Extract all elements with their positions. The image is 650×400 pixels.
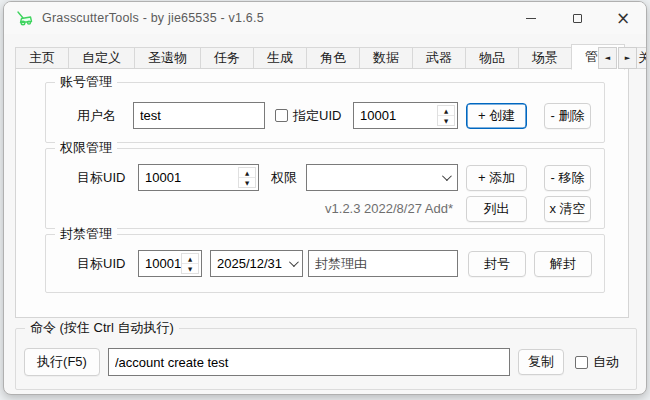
perm-target-uid-value[interactable]: 10001 [139, 165, 238, 190]
close-button[interactable]: × [600, 2, 646, 34]
ban-target-uid-numeric: 10001 ▲ ▼ [138, 250, 202, 277]
tab-武器[interactable]: 武器 [412, 47, 466, 69]
title-bar: GrasscutterTools - by jie65535 - v1.6.5 … [4, 2, 646, 34]
command-input[interactable] [108, 348, 510, 376]
perm-target-uid-numeric: 10001 ▲ ▼ [138, 164, 259, 191]
tab-page-admin: 账号管理 用户名 指定UID 10001 ▲ ▼ + 创建 - 删除 权限管理 … [15, 68, 629, 318]
permission-group-title: 权限管理 [55, 140, 117, 156]
account-group-title: 账号管理 [55, 74, 117, 90]
copy-command-button[interactable]: 复制 [518, 349, 564, 375]
create-account-button[interactable]: + 创建 [466, 103, 527, 129]
username-label: 用户名 [77, 102, 116, 129]
tab-任务[interactable]: 任务 [200, 47, 254, 69]
username-input[interactable] [133, 102, 265, 129]
account-uid-spinner: ▲ ▼ [437, 105, 455, 126]
minimize-icon [526, 18, 536, 19]
app-window: GrasscutterTools - by jie65535 - v1.6.5 … [3, 1, 647, 395]
minimize-button[interactable] [508, 2, 554, 34]
ban-reason-input[interactable] [308, 250, 458, 277]
auto-run-option: 自动 [575, 348, 619, 376]
tab-自定义[interactable]: 自定义 [68, 47, 135, 69]
tab-圣遗物[interactable]: 圣遗物 [134, 47, 201, 69]
spinner-down-icon[interactable]: ▼ [182, 264, 198, 273]
delete-account-button[interactable]: - 删除 [544, 103, 591, 129]
perm-target-uid-label: 目标UID [77, 164, 125, 191]
spinner-up-icon[interactable]: ▲ [182, 254, 198, 264]
unban-button[interactable]: 解封 [534, 251, 592, 277]
specify-uid-checkbox[interactable] [275, 109, 288, 122]
command-group-title: 命令 (按住 Ctrl 自动执行) [25, 320, 179, 336]
tab-场景[interactable]: 场景 [518, 47, 572, 69]
arrow-right-icon: ► [625, 54, 630, 62]
perm-uid-spinner: ▲ ▼ [238, 167, 256, 188]
chevron-down-icon [289, 257, 299, 267]
spinner-up-icon[interactable]: ▲ [239, 168, 255, 178]
tab-生成[interactable]: 生成 [253, 47, 307, 69]
ban-button[interactable]: 封号 [468, 251, 526, 277]
list-permission-button[interactable]: 列出 [466, 196, 527, 222]
tab-角色[interactable]: 角色 [306, 47, 360, 69]
tab-scroll-right-button[interactable]: ► [618, 47, 637, 69]
auto-run-checkbox[interactable] [575, 356, 588, 369]
maximize-icon [573, 14, 582, 23]
ban-date-select[interactable]: 2025/12/31 [210, 250, 303, 277]
ban-target-uid-value[interactable]: 10001 [139, 251, 181, 276]
tab-scroll-left-button[interactable]: ◄ [598, 47, 617, 69]
tab-scroll-arrows: ◄ ► [598, 47, 637, 69]
command-group: 命令 (按住 Ctrl 自动执行) 执行(F5) 复制 自动 [15, 328, 637, 390]
spinner-up-icon[interactable]: ▲ [438, 106, 454, 116]
account-management-group: 账号管理 用户名 指定UID 10001 ▲ ▼ + 创建 - 删除 [45, 82, 605, 143]
specify-uid-option: 指定UID [275, 102, 341, 129]
maximize-button[interactable] [554, 2, 600, 34]
ban-target-uid-label: 目标UID [77, 250, 125, 277]
arrow-left-icon: ◄ [605, 54, 610, 62]
tab-主页[interactable]: 主页 [15, 47, 69, 69]
spinner-down-icon[interactable]: ▼ [438, 116, 454, 125]
account-uid-numeric: 10001 ▲ ▼ [353, 102, 458, 129]
remove-permission-button[interactable]: - 移除 [544, 165, 591, 191]
run-command-button[interactable]: 执行(F5) [24, 348, 100, 376]
specify-uid-label: 指定UID [293, 107, 341, 125]
ban-group-title: 封禁管理 [55, 226, 117, 242]
chevron-down-icon [442, 171, 452, 181]
window-title: GrasscutterTools - by jie65535 - v1.6.5 [42, 11, 264, 25]
ban-date-value: 2025/12/31 [217, 256, 289, 271]
add-permission-button[interactable]: + 添加 [466, 165, 527, 191]
permission-management-group: 权限管理 目标UID 10001 ▲ ▼ 权限 + 添加 - 移除 v1.2.3… [45, 148, 605, 229]
clear-permission-button[interactable]: x 清空 [544, 196, 591, 222]
version-note: v1.2.3 2022/8/27 Add* [196, 196, 453, 222]
auto-run-label: 自动 [593, 353, 619, 371]
app-logo-icon [16, 10, 34, 26]
spinner-down-icon[interactable]: ▼ [239, 178, 255, 187]
permission-label: 权限 [271, 164, 297, 191]
permission-select[interactable] [306, 164, 458, 191]
tab-数据[interactable]: 数据 [359, 47, 413, 69]
window-controls: × [508, 2, 646, 34]
account-uid-value[interactable]: 10001 [354, 103, 437, 128]
tab-strip: 主页自定义圣遗物任务生成角色数据武器物品场景管理关于 ◄ ► [15, 45, 637, 69]
tab-物品[interactable]: 物品 [465, 47, 519, 69]
close-icon: × [616, 10, 630, 27]
ban-management-group: 封禁管理 目标UID 10001 ▲ ▼ 2025/12/31 封号 解封 [45, 234, 605, 293]
ban-uid-spinner: ▲ ▼ [181, 253, 199, 274]
